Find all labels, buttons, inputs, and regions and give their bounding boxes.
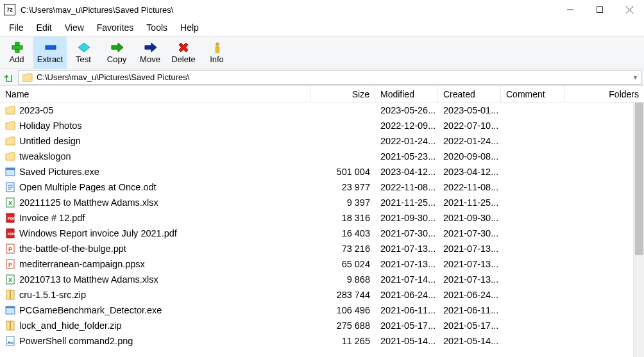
svg-rect-32 bbox=[10, 321, 11, 330]
info-icon bbox=[210, 42, 223, 53]
close-button[interactable] bbox=[614, 0, 644, 19]
svg-text:PDF: PDF bbox=[8, 217, 15, 220]
toolbar-test-button[interactable]: Test bbox=[67, 37, 100, 69]
list-item[interactable]: PDFWindows Report invoice July 2021.pdf1… bbox=[0, 226, 644, 241]
file-size: 23 977 bbox=[311, 182, 375, 192]
col-name[interactable]: Name bbox=[0, 86, 311, 102]
list-item[interactable]: cru-1.5.1-src.zip283 7442021-06-24...202… bbox=[0, 287, 644, 303]
file-modified: 2022-11-08... bbox=[375, 182, 438, 192]
scrollbar-thumb[interactable] bbox=[635, 103, 643, 255]
col-comment[interactable]: Comment bbox=[501, 86, 565, 102]
file-modified: 2021-06-24... bbox=[375, 290, 438, 300]
toolbar-extract-label: Extract bbox=[37, 54, 63, 64]
address-field[interactable]: ▾ bbox=[18, 71, 641, 85]
file-size: 11 265 bbox=[311, 336, 375, 346]
file-name: cru-1.5.1-src.zip bbox=[19, 290, 86, 300]
minimize-button[interactable] bbox=[555, 0, 585, 19]
file-created: 2021-07-13... bbox=[438, 244, 501, 254]
svg-rect-30 bbox=[6, 306, 15, 308]
file-name: 20210713 to Matthew Adams.xlsx bbox=[19, 274, 158, 285]
toolbar-info-button[interactable]: Info bbox=[200, 37, 233, 69]
file-size: 18 316 bbox=[311, 213, 375, 223]
file-created: 2021-07-30... bbox=[438, 228, 501, 238]
svg-text:X: X bbox=[8, 200, 12, 206]
list-item[interactable]: PDFInvoice # 12.pdf18 3162021-09-30...20… bbox=[0, 210, 644, 226]
list-item[interactable]: Pthe-battle-of-the-bulge.ppt73 2162021-0… bbox=[0, 241, 644, 256]
list-item[interactable]: 2023-052023-05-26...2023-05-01... bbox=[0, 103, 644, 118]
file-size: 65 024 bbox=[311, 259, 375, 269]
file-modified: 2021-06-11... bbox=[375, 305, 438, 315]
file-size: 16 403 bbox=[311, 228, 375, 238]
file-name: tweakslogon bbox=[19, 151, 71, 162]
list-item[interactable]: PowerShell command2.png11 2652021-05-14.… bbox=[0, 333, 644, 349]
file-name: Untitled design bbox=[19, 136, 81, 146]
list-item[interactable]: PCGameBenchmark_Detector.exe106 4962021-… bbox=[0, 303, 644, 318]
xlsx-icon: X bbox=[5, 274, 15, 285]
file-name: 2023-05 bbox=[19, 105, 53, 115]
col-created[interactable]: Created bbox=[438, 86, 501, 102]
list-item[interactable]: lock_and_hide_folder.zip275 6882021-05-1… bbox=[0, 318, 644, 333]
list-item[interactable]: Open Multiple Pages at Once.odt23 977202… bbox=[0, 179, 644, 195]
file-created: 2021-07-13... bbox=[438, 274, 501, 285]
file-modified: 2021-07-13... bbox=[375, 259, 438, 269]
col-modified[interactable]: Modified bbox=[375, 86, 438, 102]
file-created: 2021-05-14... bbox=[438, 336, 501, 346]
folder-icon bbox=[5, 151, 15, 162]
minus-icon bbox=[44, 42, 56, 53]
scrollbar-track[interactable] bbox=[633, 103, 644, 357]
col-folders[interactable]: Folders bbox=[565, 86, 644, 102]
file-modified: 2021-09-30... bbox=[375, 213, 438, 223]
odt-icon bbox=[5, 182, 15, 192]
app-window: 7z C:\Users\mav_u\Pictures\Saved Picture… bbox=[0, 0, 644, 357]
list-item[interactable]: tweakslogon2021-05-23...2020-09-08... bbox=[0, 149, 644, 164]
menu-edit[interactable]: Edit bbox=[30, 21, 58, 34]
address-dropdown-icon[interactable]: ▾ bbox=[629, 74, 641, 81]
list-item[interactable]: Holiday Photos2022-12-09...2022-07-10... bbox=[0, 118, 644, 133]
file-modified: 2021-05-23... bbox=[375, 151, 438, 162]
file-name: lock_and_hide_folder.zip bbox=[19, 320, 122, 331]
folder-icon bbox=[5, 120, 15, 131]
file-name: the-battle-of-the-bulge.ppt bbox=[19, 244, 126, 254]
list-item[interactable]: Untitled design2022-01-24...2022-01-24..… bbox=[0, 133, 644, 149]
pdf-icon: PDF bbox=[5, 213, 15, 223]
toolbar-move-button[interactable]: Move bbox=[133, 37, 167, 69]
file-created: 2020-09-08... bbox=[438, 151, 501, 162]
file-created: 2021-07-13... bbox=[438, 259, 501, 269]
menu-tools[interactable]: Tools bbox=[140, 21, 174, 34]
toolbar-delete-button[interactable]: Delete bbox=[167, 37, 200, 69]
toolbar-add-button[interactable]: Add bbox=[0, 37, 33, 69]
svg-rect-6 bbox=[46, 46, 56, 49]
exe-icon bbox=[5, 305, 15, 315]
ppt-icon: P bbox=[5, 259, 15, 269]
svg-rect-8 bbox=[216, 47, 219, 53]
file-size: 275 688 bbox=[311, 320, 375, 331]
list-item[interactable]: Saved Pictures.exe501 0042023-04-12...20… bbox=[0, 164, 644, 179]
menu-file[interactable]: File bbox=[3, 21, 30, 34]
file-size: 9 397 bbox=[311, 197, 375, 208]
app-icon-7z: 7z bbox=[4, 4, 15, 15]
menu-favorites[interactable]: Favorites bbox=[90, 21, 140, 34]
toolbar: AddExtractTestCopyMoveDeleteInfo bbox=[0, 36, 644, 69]
file-created: 2021-09-30... bbox=[438, 213, 501, 223]
toolbar-extract-button[interactable]: Extract bbox=[33, 37, 67, 69]
file-size: 501 004 bbox=[311, 167, 375, 177]
list-item[interactable]: Pmediterranean-campaign.ppsx65 0242021-0… bbox=[0, 256, 644, 272]
maximize-button[interactable] bbox=[585, 0, 614, 19]
address-input[interactable] bbox=[37, 71, 629, 84]
up-button[interactable] bbox=[3, 72, 14, 83]
titlebar: 7z C:\Users\mav_u\Pictures\Saved Picture… bbox=[0, 0, 644, 19]
menu-view[interactable]: View bbox=[58, 21, 90, 34]
file-modified: 2021-07-30... bbox=[375, 228, 438, 238]
file-modified: 2023-04-12... bbox=[375, 167, 438, 177]
list-item[interactable]: X20210713 to Matthew Adams.xlsx9 8682021… bbox=[0, 272, 644, 287]
ppt-icon: P bbox=[5, 244, 15, 254]
col-size[interactable]: Size bbox=[311, 86, 375, 102]
file-name: PowerShell command2.png bbox=[19, 336, 133, 346]
menu-help[interactable]: Help bbox=[174, 21, 205, 34]
file-name: Windows Report invoice July 2021.pdf bbox=[19, 228, 177, 238]
toolbar-copy-button[interactable]: Copy bbox=[100, 37, 133, 69]
svg-point-7 bbox=[216, 43, 219, 46]
list-item[interactable]: X20211125 to Matthew Adams.xlsx9 3972021… bbox=[0, 195, 644, 210]
svg-text:PDF: PDF bbox=[8, 232, 15, 236]
svg-text:X: X bbox=[8, 277, 12, 283]
